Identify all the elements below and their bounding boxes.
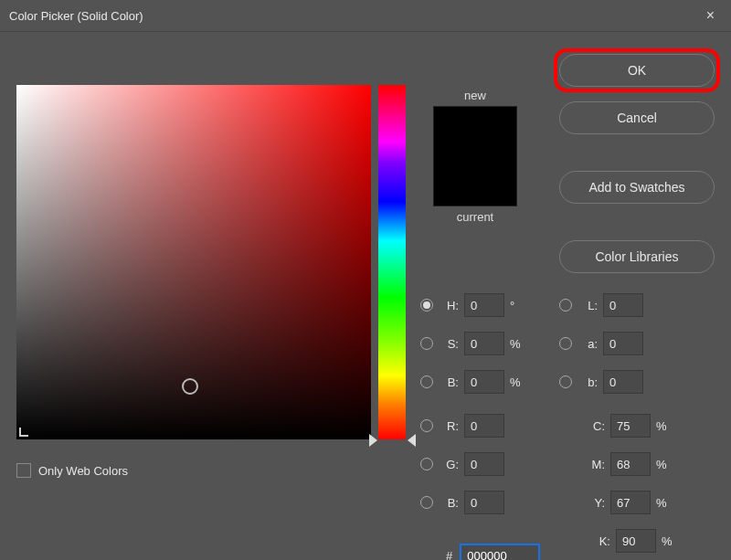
unit-k: % <box>662 534 678 548</box>
unit-m: % <box>656 458 673 471</box>
input-b-hsb[interactable] <box>464 370 504 394</box>
input-k[interactable] <box>616 529 656 553</box>
ok-button[interactable]: OK <box>559 54 715 87</box>
label-y: Y: <box>583 496 605 510</box>
button-column: OK Cancel Add to Swatches Color Librarie… <box>559 54 715 273</box>
input-s[interactable] <box>464 332 504 355</box>
add-to-swatches-button[interactable]: Add to Swatches <box>559 171 715 204</box>
radio-b-lab[interactable] <box>559 375 572 388</box>
hue-slider-arrow-left-icon <box>369 434 377 447</box>
swatch-compare: new current <box>420 89 530 224</box>
radio-h[interactable] <box>420 299 433 312</box>
label-m: M: <box>583 458 605 471</box>
hex-row: # <box>446 544 540 560</box>
label-c: C: <box>583 419 605 433</box>
input-r[interactable] <box>464 414 504 438</box>
label-l: L: <box>577 299 598 312</box>
input-h[interactable] <box>464 293 504 317</box>
label-h: H: <box>439 299 459 312</box>
input-b-lab[interactable] <box>603 370 643 394</box>
web-colors-row: Only Web Colors <box>16 463 128 478</box>
hue-slider-arrow-right-icon <box>408 434 416 447</box>
input-y[interactable] <box>610 491 651 514</box>
cancel-button[interactable]: Cancel <box>559 101 715 134</box>
input-m[interactable] <box>610 452 651 476</box>
input-b-rgb[interactable] <box>464 491 504 514</box>
row-s-a: S: % a: <box>420 328 722 359</box>
color-libraries-button[interactable]: Color Libraries <box>559 240 715 273</box>
input-a[interactable] <box>603 332 643 355</box>
radio-r[interactable] <box>420 419 433 432</box>
swatch-new-label: new <box>420 89 530 102</box>
input-g[interactable] <box>464 452 504 476</box>
label-b-hsb: B: <box>439 375 459 389</box>
label-a: a: <box>577 337 598 351</box>
sv-picker-handle[interactable] <box>182 378 198 395</box>
label-b-rgb: B: <box>439 496 459 510</box>
hue-slider[interactable] <box>378 85 406 439</box>
swatch-current-color <box>434 156 516 206</box>
only-web-colors-checkbox[interactable] <box>16 463 31 478</box>
row-b-b: B: % b: <box>420 366 722 397</box>
unit-h: ° <box>510 299 526 312</box>
hex-hash-label: # <box>446 549 452 561</box>
radio-a[interactable] <box>559 337 572 350</box>
radio-g[interactable] <box>420 458 433 470</box>
label-s: S: <box>439 337 459 351</box>
color-value-fields: H: ° L: S: % a: B: % b: <box>420 290 722 560</box>
unit-y: % <box>656 496 673 510</box>
label-g: G: <box>439 458 459 471</box>
dialog-body: new current OK Cancel Add to Swatches Co… <box>0 32 731 59</box>
sv-corner-icon <box>19 428 28 437</box>
row-b-y: B: Y: % <box>420 487 722 518</box>
label-r: R: <box>439 419 459 433</box>
input-l[interactable] <box>603 293 643 317</box>
close-icon[interactable]: × <box>701 5 720 26</box>
only-web-colors-label: Only Web Colors <box>38 464 128 478</box>
swatch-box <box>433 106 517 206</box>
row-g-m: G: M: % <box>420 449 722 480</box>
swatch-new-color <box>434 107 516 156</box>
radio-b-hsb[interactable] <box>420 375 433 388</box>
unit-b-hsb: % <box>510 375 526 389</box>
window-title: Color Picker (Solid Color) <box>9 9 143 23</box>
label-k: K: <box>588 534 610 548</box>
input-c[interactable] <box>610 414 651 438</box>
row-h-l: H: ° L: <box>420 290 722 321</box>
unit-s: % <box>510 337 526 351</box>
unit-c: % <box>656 419 673 433</box>
titlebar: Color Picker (Solid Color) × <box>0 0 731 32</box>
row-r-c: R: C: % <box>420 410 722 441</box>
radio-s[interactable] <box>420 337 433 350</box>
radio-l[interactable] <box>559 299 572 312</box>
hex-input[interactable] <box>460 544 540 560</box>
saturation-value-field[interactable] <box>16 85 371 439</box>
swatch-current-label: current <box>420 210 530 224</box>
radio-b-rgb[interactable] <box>420 496 433 509</box>
label-b-lab: b: <box>577 375 598 389</box>
